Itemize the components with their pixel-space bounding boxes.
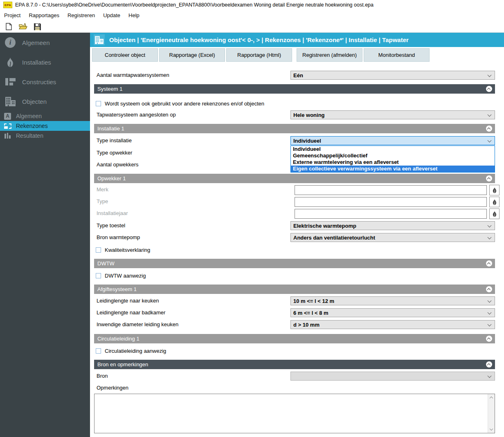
checkbox-row-systeem-gedeeld: Wordt systeem ook gebruikt voor andere r… (96, 100, 264, 107)
collapse-icon[interactable] (486, 286, 492, 292)
scroll-up-icon[interactable] (490, 397, 493, 400)
checkbox-label: Circulatieleiding aanwezig (105, 348, 166, 354)
sidebar: i Algemeen Installaties Constructies Obj… (0, 33, 90, 437)
dropdown-option[interactable]: Individueel (291, 146, 495, 152)
opmerkingen-textarea[interactable] (94, 394, 495, 433)
menu-update[interactable]: Update (103, 12, 120, 18)
collapse-icon[interactable] (486, 175, 492, 182)
field-label: Aantal warmtapwatersystemen (97, 71, 169, 80)
field-label: Bron warmtepomp (97, 233, 140, 242)
type-toestel-dropdown[interactable]: Elektrische warmtepomp (290, 221, 495, 230)
chevron-down-icon (488, 323, 492, 327)
zone-icon (4, 122, 11, 130)
aantal-warmtapwatersystemen-dropdown[interactable]: Eén (290, 71, 495, 80)
bron-dropdown[interactable] (290, 372, 495, 381)
controleer-object-button[interactable]: Controleer object (92, 48, 158, 62)
dropdown-option[interactable]: Externe warmtelevering via een afleverse… (291, 159, 495, 166)
app-icon: EPA (3, 2, 12, 8)
field-label: Type opwekker (97, 148, 132, 157)
scroll-down-icon[interactable] (490, 427, 493, 430)
field-label: Tapwatersysteem aangesloten op (97, 110, 176, 119)
sidebar-subitem-label: Algemeen (16, 113, 42, 119)
dwtw-aanwezig-checkbox[interactable] (96, 273, 101, 278)
tapwatersysteem-aangesloten-dropdown[interactable]: Hele woning (290, 110, 495, 119)
flame-lookup-button[interactable] (489, 197, 500, 207)
sidebar-item-constructies[interactable]: Constructies (0, 72, 90, 92)
collapse-icon[interactable] (486, 86, 492, 92)
section-circulatieleiding-1: Circulatieleiding 1 (94, 334, 495, 343)
merk-input[interactable] (295, 185, 487, 195)
installatiejaar-input[interactable] (295, 209, 487, 219)
menu-bar: Project Rapportages Registreren Update H… (0, 10, 504, 21)
field-label: Opmerkingen (97, 383, 128, 392)
section-title: Opwekker 1 (97, 175, 126, 182)
sidebar-item-algemeen[interactable]: i Algemeen (0, 33, 90, 52)
section-title: Bron en opmerkingen (97, 361, 148, 368)
chevron-down-icon (488, 73, 492, 77)
kwaliteitsverklaring-checkbox[interactable] (96, 247, 101, 253)
collapse-icon[interactable] (486, 336, 492, 342)
collapse-icon[interactable] (486, 125, 492, 132)
info-icon: i (4, 37, 16, 48)
textarea-scrollbar[interactable] (488, 394, 495, 433)
chevron-down-icon (488, 113, 492, 117)
constructions-icon (4, 76, 16, 87)
rapportage-html-button[interactable]: Rapportage (Html) (226, 48, 292, 62)
dropdown-value: Eén (293, 72, 303, 78)
field-label: Type installatie (97, 136, 132, 145)
flame-lookup-button[interactable] (489, 185, 500, 195)
collapse-icon[interactable] (486, 260, 492, 267)
sidebar-subitem-resultaten[interactable]: Resultaten (0, 131, 90, 141)
systeem-gedeeld-checkbox[interactable] (96, 101, 101, 106)
section-systeem-1: Systeem 1 (94, 84, 495, 94)
save-icon[interactable] (33, 22, 42, 31)
sidebar-subitem-algemeen[interactable]: A Algemeen (0, 111, 90, 121)
chevron-down-icon (488, 139, 492, 143)
chevron-down-icon (488, 224, 492, 228)
checkbox-row-dwtw: DWTW aanwezig (96, 272, 146, 279)
dropdown-value: Elektrische warmtepomp (293, 223, 356, 229)
section-installatie-1: Installatie 1 (94, 124, 495, 133)
chevron-down-icon (488, 235, 492, 240)
sidebar-item-label: Constructies (22, 78, 56, 85)
collapse-icon[interactable] (486, 361, 492, 368)
title-bar: EPA EPA 8.7.0 - C:\Users\sybe8\OneDrive\… (0, 0, 504, 10)
section-title: Afgiftesysteem 1 (97, 286, 137, 292)
action-buttons: Controleer object Rapportage (Excel) Rap… (92, 48, 431, 62)
content-area: Objecten | 'Energieneutrale hoekwoning o… (90, 33, 504, 437)
sidebar-subitem-rekenzones[interactable]: Rekenzones (0, 121, 90, 131)
dropdown-value: Hele woning (293, 112, 325, 118)
checkbox-label: Kwaliteitsverklaring (105, 247, 150, 253)
dropdown-value: d > 10 mm (293, 322, 320, 328)
sidebar-subitem-label: Rekenzones (16, 123, 48, 129)
field-label: Type (97, 197, 108, 206)
section-opwekker-1: Opwekker 1 (94, 174, 495, 183)
registreren-afmelden-button[interactable]: Registreren (afmelden) (297, 48, 362, 62)
circulatieleiding-aanwezig-checkbox[interactable] (96, 348, 101, 354)
monitorbestand-button[interactable]: Monitorbestand (364, 48, 430, 62)
new-document-icon[interactable] (4, 22, 13, 31)
leidinglengte-keuken-dropdown[interactable]: 10 m <= l < 12 m (290, 296, 495, 305)
dropdown-value: Individueel (293, 138, 321, 144)
building-icon (4, 96, 16, 107)
sidebar-item-installaties[interactable]: Installaties (0, 52, 90, 72)
flame-lookup-button[interactable] (489, 208, 500, 219)
bron-warmtepomp-dropdown[interactable]: Anders dan ventilatieretourlucht (290, 233, 495, 242)
type-input[interactable] (295, 197, 487, 207)
dropdown-value: Anders dan ventilatieretourlucht (293, 235, 375, 241)
section-bron-en-opmerkingen: Bron en opmerkingen (94, 360, 495, 369)
type-installatie-dropdown[interactable]: Individueel (290, 136, 495, 145)
inwendige-diameter-keuken-dropdown[interactable]: d > 10 mm (290, 320, 495, 329)
rapportage-excel-button[interactable]: Rapportage (Excel) (159, 48, 225, 62)
sidebar-item-objecten[interactable]: Objecten (0, 92, 90, 111)
dropdown-value: 10 m <= l < 12 m (293, 298, 334, 304)
leidinglengte-badkamer-dropdown[interactable]: 6 m <= l < 8 m (290, 308, 495, 317)
menu-project[interactable]: Project (4, 12, 20, 18)
menu-registreren[interactable]: Registreren (68, 12, 95, 18)
open-folder-icon[interactable] (18, 22, 27, 31)
menu-help[interactable]: Help (128, 12, 140, 18)
chevron-down-icon (488, 311, 492, 315)
dropdown-option-highlighted[interactable]: Eigen collectieve verwarmingssysteem via… (291, 166, 495, 172)
dropdown-option[interactable]: Gemeenschappelijk/collectief (291, 152, 495, 159)
menu-rapportages[interactable]: Rapportages (29, 12, 59, 18)
